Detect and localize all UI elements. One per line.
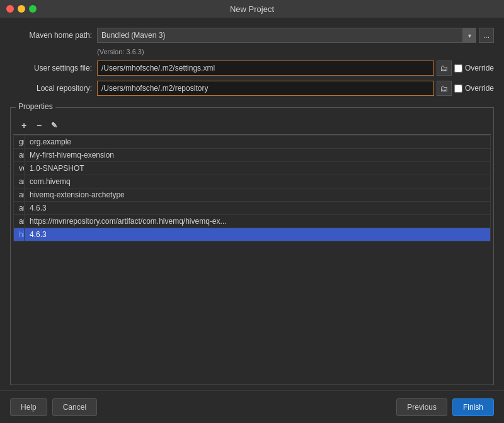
user-settings-override-label[interactable]: Override <box>465 64 494 72</box>
prop-key-cell: artifactId <box>14 149 25 162</box>
user-settings-row: User settings file: 🗂 Override <box>10 61 494 76</box>
user-settings-override-wrapper: Override <box>454 64 494 72</box>
local-repo-row: Local repository: 🗂 Override <box>10 81 494 96</box>
table-row[interactable]: artifactIdMy-first-hivemq-exension <box>14 149 491 162</box>
table-row[interactable]: archetypeRepositoryhttps://mvnrepository… <box>14 215 491 228</box>
local-repo-override-checkbox[interactable] <box>454 84 462 93</box>
close-button[interactable] <box>6 5 14 13</box>
prop-key-cell: version <box>14 162 25 175</box>
window-controls <box>6 5 37 13</box>
maven-version-note: (Version: 3.6.3) <box>97 48 494 55</box>
local-repo-label: Local repository: <box>10 84 92 93</box>
maven-home-field-group: Bundled (Maven 3) ▾ ... <box>97 28 494 43</box>
prop-value-cell: hivemq-extension-archetype <box>25 188 491 202</box>
prop-value-cell: org.example <box>25 136 491 149</box>
properties-section-label: Properties <box>16 102 55 111</box>
remove-property-button[interactable]: − <box>32 119 46 132</box>
properties-table-scroll: groupIdorg.exampleartifactIdMy-first-hiv… <box>13 135 491 382</box>
user-settings-input[interactable] <box>97 61 434 76</box>
properties-table: groupIdorg.exampleartifactIdMy-first-hiv… <box>13 135 491 241</box>
prop-key-cell: archetypeGroupId <box>14 175 25 188</box>
help-button[interactable]: Help <box>10 398 47 416</box>
prop-value-cell: 4.6.3 <box>25 228 491 241</box>
minimize-button[interactable] <box>18 5 25 13</box>
user-settings-field-group: 🗂 Override <box>97 61 494 76</box>
prop-key-cell: archetypeVersion <box>14 202 25 215</box>
local-repo-override-label[interactable]: Override <box>465 84 494 93</box>
prop-value-cell: My-first-hivemq-exension <box>25 149 491 162</box>
maven-home-label: Maven home path: <box>10 31 92 40</box>
prop-key-cell: hivemqExtensionSdkVersion <box>14 228 25 241</box>
maven-dropdown-wrapper: Bundled (Maven 3) ▾ <box>97 28 476 43</box>
local-repo-browse-button[interactable]: 🗂 <box>437 81 452 96</box>
title-bar: New Project <box>0 0 504 18</box>
table-row[interactable]: archetypeGroupIdcom.hivemq <box>14 175 491 188</box>
table-row[interactable]: hivemqExtensionSdkVersion4.6.3 <box>14 228 491 241</box>
table-row[interactable]: archetypeArtifactIdhivemq-extension-arch… <box>14 188 491 202</box>
prop-value-cell: 4.6.3 <box>25 202 491 215</box>
table-row[interactable]: version1.0-SNAPSHOT <box>14 162 491 175</box>
prop-value-cell: https://mvnrepository.com/artifact/com.h… <box>25 215 491 228</box>
cancel-button[interactable]: Cancel <box>52 398 97 416</box>
add-property-button[interactable]: + <box>17 119 31 132</box>
prop-key-cell: archetypeArtifactId <box>14 188 25 202</box>
table-row[interactable]: archetypeVersion4.6.3 <box>14 202 491 215</box>
finish-button[interactable]: Finish <box>452 398 494 416</box>
window-title: New Project <box>230 4 274 14</box>
maven-home-select[interactable]: Bundled (Maven 3) <box>97 28 476 43</box>
previous-button[interactable]: Previous <box>396 398 447 416</box>
prop-key-cell: groupId <box>14 136 25 149</box>
maximize-button[interactable] <box>29 5 37 13</box>
user-settings-browse-button[interactable]: 🗂 <box>437 61 452 76</box>
user-settings-label: User settings file: <box>10 64 92 72</box>
prop-key-cell: archetypeRepository <box>14 215 25 228</box>
edit-property-button[interactable]: ✎ <box>47 119 61 132</box>
maven-home-row: Maven home path: Bundled (Maven 3) ▾ ... <box>10 28 494 43</box>
footer: Help Cancel Previous Finish <box>0 390 504 423</box>
main-content: Maven home path: Bundled (Maven 3) ▾ ...… <box>0 18 504 385</box>
prop-value-cell: com.hivemq <box>25 175 491 188</box>
properties-table-container: + − ✎ groupIdorg.exampleartifactIdMy-fir… <box>11 114 493 385</box>
footer-right: Previous Finish <box>396 398 494 416</box>
properties-section: Properties + − ✎ groupIdorg.exampleartif… <box>10 107 494 385</box>
prop-value-cell: 1.0-SNAPSHOT <box>25 162 491 175</box>
maven-more-button[interactable]: ... <box>479 28 494 43</box>
properties-toolbar: + − ✎ <box>13 117 491 135</box>
footer-left: Help Cancel <box>10 398 97 416</box>
local-repo-field-group: 🗂 Override <box>97 81 494 96</box>
user-settings-override-checkbox[interactable] <box>454 64 462 72</box>
table-row[interactable]: groupIdorg.example <box>14 136 491 149</box>
local-repo-override-wrapper: Override <box>454 84 494 93</box>
local-repo-input[interactable] <box>97 81 434 96</box>
